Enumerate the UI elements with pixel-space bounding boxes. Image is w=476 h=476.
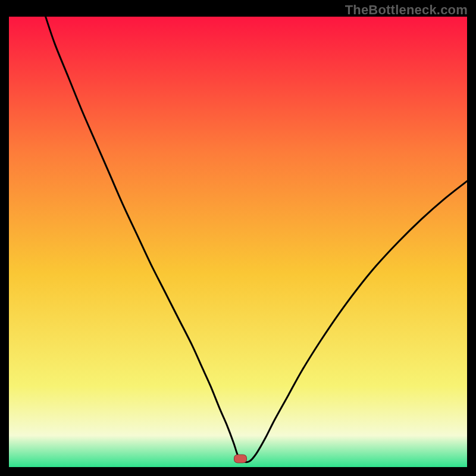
minimum-marker xyxy=(234,455,247,464)
chart-frame: TheBottleneck.com xyxy=(0,0,476,476)
watermark-text: TheBottleneck.com xyxy=(345,2,468,18)
chart-svg xyxy=(9,17,467,467)
plot-area xyxy=(9,17,467,467)
